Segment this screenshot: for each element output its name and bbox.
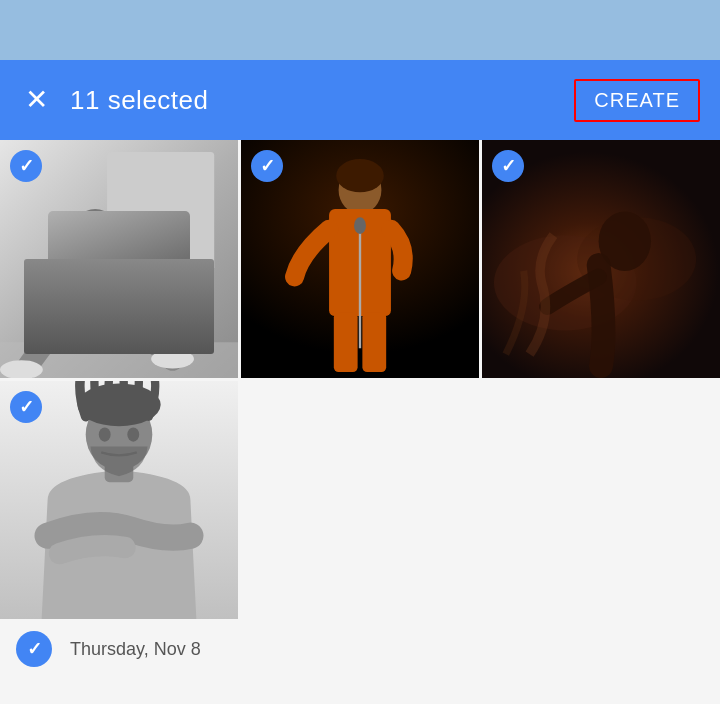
create-button[interactable]: CREATE: [574, 79, 700, 122]
svg-point-15: [354, 217, 366, 234]
svg-point-16: [336, 159, 384, 192]
close-button[interactable]: ✕: [20, 84, 52, 116]
photo-cell-1[interactable]: ✓: [0, 140, 238, 378]
section-date-label: Thursday, Nov 8: [70, 639, 201, 660]
date-check-icon: ✓: [27, 638, 42, 660]
empty-cell-1: [241, 381, 479, 619]
photo-grid: ✓: [0, 140, 720, 378]
svg-rect-13: [362, 313, 386, 373]
check-icon-3: ✓: [501, 157, 516, 175]
check-mark-4: ✓: [10, 391, 42, 423]
check-icon-1: ✓: [19, 157, 34, 175]
check-mark-2: ✓: [251, 150, 283, 182]
check-icon-4: ✓: [19, 398, 34, 416]
photo-cell-3[interactable]: ✓: [482, 140, 720, 378]
photo-content-area: ✓: [0, 140, 720, 704]
photo-cell-4[interactable]: ✓: [0, 381, 238, 619]
photo-cell-2[interactable]: ✓: [241, 140, 479, 378]
check-mark-3: ✓: [492, 150, 524, 182]
date-section: ✓ Thursday, Nov 8: [0, 619, 720, 679]
date-check-circle[interactable]: ✓: [16, 631, 52, 667]
selection-header: ✕ 11 selected CREATE: [0, 60, 720, 140]
svg-rect-12: [334, 313, 358, 373]
svg-rect-2: [107, 152, 214, 271]
photo-grid-row2: ✓: [0, 381, 720, 619]
svg-rect-7: [0, 342, 238, 378]
check-icon-2: ✓: [260, 157, 275, 175]
close-icon: ✕: [25, 86, 48, 114]
check-mark-1: ✓: [10, 150, 42, 182]
svg-point-26: [77, 383, 160, 426]
svg-point-3: [54, 241, 137, 348]
svg-point-27: [99, 427, 111, 441]
status-bar: [0, 0, 720, 60]
selected-count-label: 11 selected: [70, 85, 208, 116]
svg-point-28: [127, 427, 139, 441]
header-left: ✕ 11 selected: [20, 84, 208, 116]
empty-cell-2: [482, 381, 720, 619]
svg-point-4: [71, 209, 119, 261]
